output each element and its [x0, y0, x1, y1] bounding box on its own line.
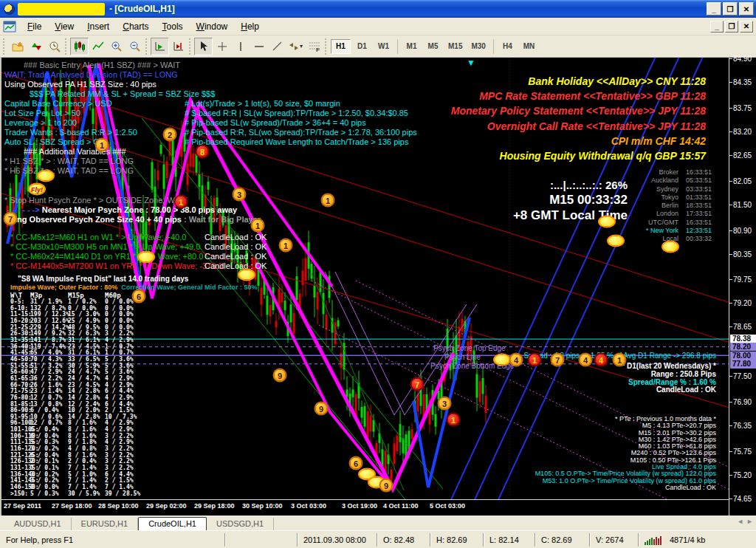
chart-area[interactable]: ### Basic Entry Alert (H1 SBZ) ### > WAI…: [0, 58, 756, 516]
price-tick: 74.65: [733, 495, 752, 503]
minimize-button[interactable]: _: [707, 2, 721, 16]
zoom-out-button[interactable]: [126, 38, 144, 55]
menu-view[interactable]: View: [48, 19, 80, 34]
svg-text:F: F: [316, 47, 320, 52]
time-tick: 27 Sep 18:00: [52, 502, 92, 510]
chart-restore-button[interactable]: ❐: [725, 21, 738, 32]
crosshair-button[interactable]: [213, 38, 231, 55]
toolbar-grip: [3, 38, 7, 55]
yellow-blob-marker: [37, 170, 55, 182]
yellow-blob-marker: [493, 354, 511, 366]
timeframe-h1[interactable]: H1: [331, 39, 351, 54]
cc-wave-line: * CC-M1440x5=M7200 W1 on YR6 * > Down Wa…: [10, 261, 719, 271]
freq-cell: 39 / 28.5%: [105, 491, 139, 498]
freq-table-row: >150:5 / 0.3%30 / 5.9%39 / 28.5%: [10, 491, 139, 498]
timeframe-mn[interactable]: MN: [519, 39, 539, 54]
wave-count-marker: 6: [349, 456, 363, 470]
alert-right: # $-based R:R | SL(w Spread):TP/Trade > …: [185, 109, 408, 117]
world-time-city: UTC/GMT: [621, 219, 678, 227]
time-axis[interactable]: 27 Sep 201127 Sep 18:0028 Sep 10:0029 Se…: [1, 499, 729, 516]
alert-right: # Pip-based Required Wave Length to Catc…: [185, 137, 408, 146]
wave-count-marker: 9: [315, 402, 329, 416]
chart-close-button[interactable]: ✕: [740, 21, 753, 32]
zoom-in-button[interactable]: [107, 38, 126, 55]
world-time-row: UTC/GMT16:33:51: [621, 219, 718, 227]
menu-charts[interactable]: Charts: [116, 19, 155, 34]
timeframe-m5[interactable]: M5: [423, 39, 443, 54]
yellow-blob-marker: [607, 235, 625, 247]
cc-wave-text: * CC-M5x12=M60 H1 on W1 * > Up Wave; +40…: [10, 233, 186, 242]
vertical-line-button[interactable]: [231, 38, 250, 55]
price-tick: 75.75: [733, 448, 752, 456]
timeframe-separator: [493, 39, 494, 54]
tab-scroll-left[interactable]: ◄: [737, 518, 743, 525]
wave-count-marker: 1: [321, 193, 335, 208]
timeframe-d1[interactable]: D1: [352, 39, 372, 54]
fibonacci-button[interactable]: ▾: [286, 38, 305, 55]
wave-count-marker: 1: [251, 219, 265, 233]
d1-stats-block: * D1(last 20 Wednesdays) *Range : 250.8 …: [622, 363, 716, 394]
psych-zone-size-line: Using Observed Psych Zone Size 40 + 40 p…: [4, 215, 261, 224]
psych-line-label: Psych Line: [444, 353, 481, 361]
news-event: Housing Equity Withdrawal q/q GBP 15:57: [451, 148, 706, 163]
wave-count-marker: 1: [447, 413, 461, 427]
freq-table: 0-5:31 / 1.9%1 / 0.2%0 / 0.0%6-10:132 / …: [10, 299, 139, 497]
world-time-value: 17:33:51: [686, 210, 718, 218]
candlestick-chart-button[interactable]: [70, 38, 89, 55]
tab-eurusdh1[interactable]: EURUSD,H1: [72, 518, 139, 530]
world-time-city: Tokyo: [621, 193, 678, 202]
timeframe-m15[interactable]: M15: [444, 39, 466, 54]
alert-right: # Lot(s)/Trade > 1 lot(s), 50 size, $0 m…: [185, 99, 340, 108]
menu-insert[interactable]: Insert: [80, 19, 116, 34]
menu-window[interactable]: Window: [190, 19, 235, 34]
close-button[interactable]: ✕: [739, 2, 754, 16]
time-tick: 27 Sep 2011: [4, 502, 41, 510]
chevron-down-icon: ▾: [300, 43, 303, 49]
yellow-blob-marker: [137, 251, 155, 264]
chart-shift-button[interactable]: [169, 38, 188, 55]
timeframe-m30[interactable]: M30: [467, 39, 489, 54]
timeframe-m1[interactable]: M1: [402, 39, 422, 54]
connection-bars-icon: [645, 535, 664, 545]
menu-help[interactable]: Help: [234, 19, 266, 34]
pte-stat-line: CandleLoad : OK: [535, 484, 716, 491]
world-time-row: Auckland05:33:51: [621, 177, 718, 185]
alert-left: Capital Base Currency > USD: [4, 99, 112, 108]
tab-scroll-right[interactable]: ►: [746, 518, 753, 525]
restore-button[interactable]: ❐: [723, 2, 738, 16]
trendline-button[interactable]: [268, 38, 286, 55]
pte-stats-block: * PTe : Previous 1.0 months data *M5 : 4…: [535, 416, 716, 491]
tab-audusdh1[interactable]: AUDUSD,H1: [4, 518, 72, 530]
price-tick: 83.20: [733, 128, 752, 136]
cursor-button[interactable]: [194, 38, 213, 55]
horizontal-line-button[interactable]: [250, 38, 268, 55]
freq-title: "S8 WA Impulse Freq Dist" last 14.0 trad…: [18, 275, 188, 283]
tab-scroll-arrows: ◄►: [737, 518, 753, 525]
wave-count-marker: 8: [196, 145, 210, 159]
price-tick: 77.50: [733, 372, 752, 380]
menu-file[interactable]: File: [21, 19, 48, 34]
price-tick: 83.75: [733, 104, 752, 112]
auto-scroll-button[interactable]: [151, 38, 169, 55]
profiles-button[interactable]: [8, 38, 27, 55]
symbols-button[interactable]: [27, 38, 45, 55]
tab-usdsgdh1[interactable]: USDSGD,H1: [207, 518, 274, 530]
cc-wave-text: * CC-M1440x5=M7200 W1 on YR6 * > Down Wa…: [10, 261, 222, 270]
alert-additional-header: ### Additional Variables ###: [24, 147, 126, 156]
chart-tabbar: AUDUSD,H1EURUSD,H1CrudeOIL,H1USDSGD,H1◄►: [0, 516, 756, 530]
price-axis[interactable]: 84.9084.3583.7583.2082.6582.0581.5080.90…: [729, 58, 756, 516]
grid-button[interactable]: F: [305, 38, 323, 55]
statusbar: For Help, press F1 2011.09.30 08:00 O: 8…: [0, 530, 756, 548]
chart-minimize-button[interactable]: _: [710, 21, 724, 32]
traffic-size: 4871/4 kb: [670, 535, 705, 544]
menu-tools[interactable]: Tools: [156, 19, 190, 34]
tab-crudeoilh1[interactable]: CrudeOIL,H1: [138, 517, 207, 530]
timeframe-w1[interactable]: W1: [374, 39, 394, 54]
line-chart-button[interactable]: [89, 38, 107, 55]
wave-count-marker: 3: [233, 188, 247, 202]
price-tick: 82.65: [733, 151, 752, 160]
market-watch-button[interactable]: [45, 38, 63, 55]
titlebar: - [CrudeOIL,H1] _ ❐ ✕: [0, 0, 756, 18]
world-time-city: London: [621, 210, 678, 218]
timeframe-h4[interactable]: H4: [498, 39, 518, 54]
